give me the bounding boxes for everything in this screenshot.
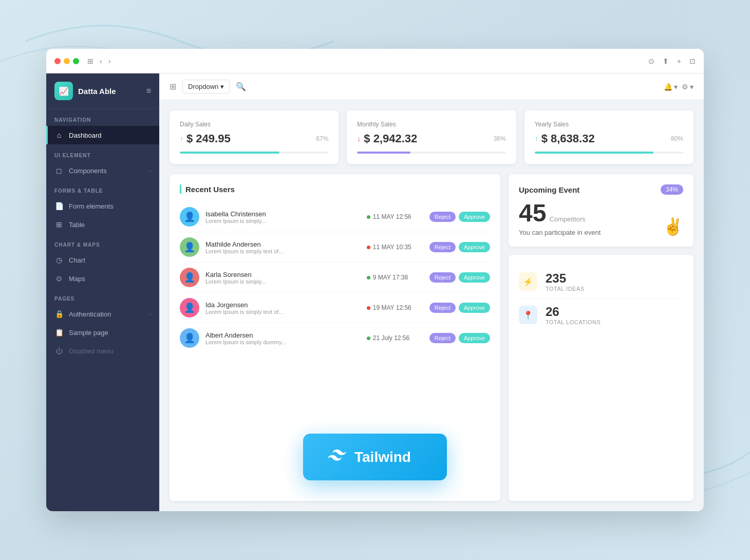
browser-dots (54, 58, 79, 64)
app-name: Datta Able (78, 87, 116, 96)
peace-sign-icon: ✌️ (663, 217, 683, 236)
approve-button[interactable]: Approve (459, 272, 490, 283)
locations-info: 26 TOTAL LOCATIONS (546, 305, 601, 325)
avatar: 👤 (180, 268, 199, 287)
user-date: 21 July 12:56 (367, 334, 423, 342)
yearly-sales-number: $ 8,638.32 (541, 132, 595, 145)
reject-button[interactable]: Reject (429, 242, 456, 252)
expand-icon[interactable]: ⊞ (170, 82, 176, 91)
user-name: Isabella Christensen (205, 210, 361, 218)
chart-section-label: CHART & MAPS (46, 234, 159, 251)
auth-chevron-icon: › (149, 311, 151, 317)
sidebar: 📈 Datta Able ≡ NAVIGATION ⌂ Dashboard UI… (46, 73, 159, 511)
user-desc: Lorem Ipsum is simply text of... (205, 248, 361, 254)
yearly-sales-pct: 80% (671, 135, 683, 142)
monthly-sales-pct: 36% (494, 135, 506, 142)
sidebar-item-authentication[interactable]: 🔒 Authentication › (46, 305, 159, 323)
event-body: 45 Competitors You can participate in ev… (519, 201, 683, 236)
event-badge: 34% (661, 184, 683, 195)
yearly-sales-value: ↑ $ 8,638.32 (535, 132, 595, 145)
back-icon[interactable]: ‹ (100, 57, 102, 65)
dot-red[interactable] (54, 58, 61, 64)
user-name: Mathilde Andersen (205, 240, 361, 248)
user-name: Karla Sorensen (205, 271, 361, 278)
totals-card: ⚡ 235 TOTAL IDEAS 📍 26 TOTAL L (509, 255, 693, 501)
yearly-up-arrow-icon: ↑ (535, 135, 538, 143)
settings-button[interactable]: ⚙ ▾ (682, 83, 693, 91)
lock-icon: 🔒 (54, 310, 64, 318)
disabled-menu-label: Disabled menu (69, 347, 151, 355)
dropdown-button[interactable]: Dropdown ▾ (182, 80, 230, 94)
user-date: 19 MAY 12:56 (367, 304, 423, 311)
daily-sales-card: Daily Sales ↑ $ 249.95 67% (170, 110, 339, 164)
locations-number: 26 (546, 305, 601, 319)
avatar: 👤 (180, 207, 199, 227)
user-actions: Reject Approve (429, 242, 490, 252)
event-number: 45 (519, 201, 546, 226)
monthly-sales-bar-bg (357, 152, 505, 154)
user-desc: Lorem Ipsum is simply text of... (205, 309, 361, 315)
table-row: 👤 Karla Sorensen Lorem Ipsum is simply..… (180, 263, 490, 293)
approve-button[interactable]: Approve (459, 333, 490, 343)
monthly-sales-value-row: ↓ $ 2,942.32 36% (357, 132, 505, 145)
user-actions: Reject Approve (429, 212, 490, 222)
approve-button[interactable]: Approve (459, 242, 490, 252)
sidebar-item-form-elements[interactable]: 📄 Form elements (46, 197, 159, 215)
approve-button[interactable]: Approve (459, 212, 490, 222)
reject-button[interactable]: Reject (429, 272, 456, 283)
locations-label: TOTAL LOCATIONS (546, 319, 601, 325)
reject-button[interactable]: Reject (429, 333, 456, 343)
notifications-button[interactable]: 🔔 ▾ (664, 83, 678, 91)
sidebar-item-disabled-menu: ⏻ Disabled menu (46, 342, 159, 360)
sidebar-item-components[interactable]: ◻ Components › (46, 161, 159, 180)
dot-green[interactable] (73, 58, 79, 64)
table-icon: ⊞ (54, 220, 64, 229)
hamburger-icon[interactable]: ≡ (146, 86, 151, 96)
new-tab-icon[interactable]: + (677, 57, 681, 65)
search-icon[interactable]: 🔍 (236, 82, 246, 91)
browser-chrome: ⊞ ‹ › ⊙ ⬆ + ⊡ (46, 49, 704, 73)
sidebar-item-dashboard[interactable]: ⌂ Dashboard (46, 126, 159, 144)
reject-button[interactable]: Reject (429, 303, 456, 313)
sidebar-item-maps[interactable]: ⊙ Maps (46, 269, 159, 288)
sample-page-label: Sample page (69, 329, 151, 337)
daily-sales-bar-bg (180, 152, 328, 154)
daily-sales-value-row: ↑ $ 249.95 67% (180, 132, 328, 145)
copy-icon[interactable]: ⊡ (689, 57, 696, 65)
tailwind-label: Tailwind (354, 449, 411, 465)
user-name: Albert Andersen (205, 331, 361, 339)
event-title: Upcoming Event (519, 185, 579, 194)
daily-sales-bar-fill (180, 152, 279, 154)
ideas-label: TOTAL IDEAS (546, 286, 585, 292)
sidebar-item-chart[interactable]: ◷ Chart (46, 251, 159, 269)
user-info: Mathilde Andersen Lorem Ipsum is simply … (205, 240, 361, 254)
dot-yellow[interactable] (64, 58, 70, 64)
bell-icon: 🔔 (664, 83, 672, 91)
daily-sales-number: $ 249.95 (186, 132, 231, 145)
table-row: 👤 Isabella Christensen Lorem Ipsum is si… (180, 202, 490, 232)
share-icon[interactable]: ⬆ (663, 57, 669, 65)
sidebar-header: 📈 Datta Able ≡ (46, 73, 159, 109)
chart-label: Chart (69, 256, 151, 264)
monthly-sales-label: Monthly Sales (357, 121, 505, 128)
reject-button[interactable]: Reject (429, 212, 456, 222)
ui-section-label: UI ELEMENT (46, 144, 159, 161)
sidebar-item-table[interactable]: ⊞ Table (46, 215, 159, 234)
tailwind-logo-icon (328, 446, 346, 468)
pages-section-label: PAGES (46, 288, 159, 305)
maps-label: Maps (69, 275, 151, 283)
download-icon[interactable]: ⊙ (648, 57, 654, 65)
user-info: Albert Andersen Lorem Ipsum is simply du… (205, 331, 361, 345)
forms-section-label: FORMS & TABLE (46, 180, 159, 197)
map-icon: ⊙ (54, 274, 64, 283)
form-icon: 📄 (54, 202, 64, 210)
event-info: 45 Competitors You can participate in ev… (519, 201, 601, 236)
forward-icon[interactable]: › (108, 57, 111, 65)
sidebar-item-sample-page[interactable]: 📋 Sample page (46, 323, 159, 342)
approve-button[interactable]: Approve (459, 303, 490, 313)
sidebar-toggle-icon[interactable]: ⊞ (87, 57, 93, 65)
dropdown-arrow-icon: ▾ (220, 83, 224, 90)
gear-arrow-icon: ▾ (690, 83, 693, 91)
upcoming-event-card: Upcoming Event 34% 45 Competitors You ca… (509, 174, 693, 247)
up-arrow-icon: ↑ (180, 135, 183, 143)
